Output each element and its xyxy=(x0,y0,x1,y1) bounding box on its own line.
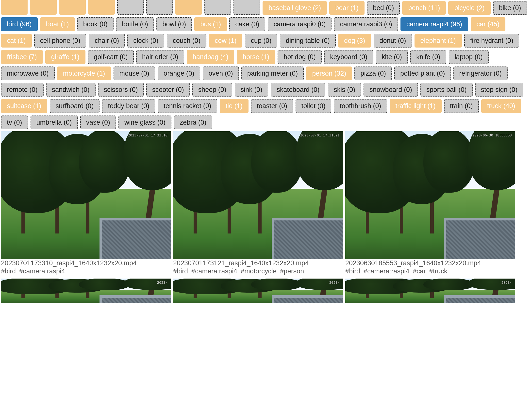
video-thumbnail[interactable]: 2023-06-30 18:55:53 xyxy=(345,131,515,259)
tag-sheep[interactable]: sheep (0) xyxy=(192,83,232,97)
tag-cup[interactable]: cup (0) xyxy=(245,34,277,48)
tag-bear[interactable]: bear (1) xyxy=(329,1,365,15)
tag-toilet[interactable]: toilet (0) xyxy=(296,99,332,113)
tag-cell-phone[interactable]: cell phone (0) xyxy=(34,34,86,48)
tag-toothbrush[interactable]: toothbrush (0) xyxy=(334,99,387,113)
tag-frisbee[interactable]: frisbee (7) xyxy=(1,50,43,64)
tag-clock[interactable]: clock (0) xyxy=(127,34,164,48)
hashtag-link[interactable]: #camera:raspi4 xyxy=(191,267,237,275)
tag-tie[interactable]: tie (1) xyxy=(220,99,249,113)
tag-bed[interactable]: bed (0) xyxy=(367,1,400,15)
tag-partial-0[interactable] xyxy=(1,0,28,15)
tag-camera-raspi4[interactable]: camera:raspi4 (96) xyxy=(400,17,468,31)
tag-partial-6[interactable] xyxy=(175,0,202,15)
tag-chair[interactable]: chair (0) xyxy=(89,34,125,48)
tag-couch[interactable]: couch (0) xyxy=(167,34,206,48)
tag-car[interactable]: car (45) xyxy=(471,17,505,31)
tag-cake[interactable]: cake (0) xyxy=(229,17,265,31)
tag-cow[interactable]: cow (1) xyxy=(209,34,243,48)
tag-partial-2[interactable] xyxy=(59,0,86,15)
tag-traffic-light[interactable]: traffic light (1) xyxy=(390,99,442,113)
tag-pizza[interactable]: pizza (0) xyxy=(354,66,392,80)
tag-keyboard[interactable]: keyboard (0) xyxy=(324,50,373,64)
tag-bike[interactable]: bike (0) xyxy=(493,1,527,15)
video-thumbnail[interactable]: 2023-07-01 17:31:21 xyxy=(173,131,343,259)
tag-dog[interactable]: dog (3) xyxy=(338,34,371,48)
tag-partial-5[interactable] xyxy=(146,0,173,15)
tag-skateboard[interactable]: skateboard (0) xyxy=(271,83,325,97)
tag-scooter[interactable]: scooter (0) xyxy=(146,83,190,97)
tag-giraffe[interactable]: giraffe (1) xyxy=(45,50,85,64)
tag-remote[interactable]: remote (0) xyxy=(1,83,44,97)
tag-camera-raspi3[interactable]: camera:raspi3 (0) xyxy=(334,17,398,31)
hashtag-link[interactable]: #bird xyxy=(345,267,360,275)
tag-donut[interactable]: donut (0) xyxy=(374,34,412,48)
tag-book[interactable]: book (0) xyxy=(77,17,114,31)
tag-oven[interactable]: oven (0) xyxy=(203,66,239,80)
tag-elephant[interactable]: elephant (1) xyxy=(415,34,462,48)
tag-baseball-glove[interactable]: baseball glove (2) xyxy=(263,1,327,15)
tag-orange[interactable]: orange (0) xyxy=(158,66,200,80)
video-thumbnail[interactable]: 2023- xyxy=(173,279,343,303)
tag-suitcase[interactable]: suitcase (1) xyxy=(1,99,47,113)
tag-dining-table[interactable]: dining table (0) xyxy=(280,34,336,48)
tag-skis[interactable]: skis (0) xyxy=(328,83,361,97)
tag-tv[interactable]: tv (0) xyxy=(1,116,28,129)
hashtag-link[interactable]: #truck xyxy=(429,267,448,275)
video-thumbnail[interactable]: 2023-07-01 17:33:10 xyxy=(1,131,171,259)
tag-motorcycle[interactable]: motorcycle (1) xyxy=(57,66,111,80)
tag-sink[interactable]: sink (0) xyxy=(235,83,268,97)
tag-bird[interactable]: bird (96) xyxy=(1,17,38,31)
tag-handbag[interactable]: handbag (4) xyxy=(187,50,234,64)
tag-stop-sign[interactable]: stop sign (0) xyxy=(475,83,524,97)
hashtag-link[interactable]: #car xyxy=(413,267,426,275)
tag-partial-4[interactable] xyxy=(117,0,144,15)
tag-umbrella[interactable]: umbrella (0) xyxy=(31,116,78,129)
tag-golf-cart[interactable]: golf-cart (0) xyxy=(88,50,134,64)
hashtag-link[interactable]: #motorcycle xyxy=(241,267,277,275)
tag-partial-3[interactable] xyxy=(88,0,115,15)
tag-scissors[interactable]: scissors (0) xyxy=(98,83,144,97)
hashtag-link[interactable]: #bird xyxy=(173,267,188,275)
tag-partial-8[interactable] xyxy=(233,0,260,15)
video-thumbnail[interactable]: 2023- xyxy=(1,279,171,303)
tag-horse[interactable]: horse (1) xyxy=(237,50,275,64)
video-thumbnail[interactable]: 2023- xyxy=(345,279,515,303)
tag-zebra[interactable]: zebra (0) xyxy=(174,116,212,129)
tag-partial-7[interactable] xyxy=(204,0,231,15)
tag-cat[interactable]: cat (1) xyxy=(1,34,32,48)
tag-train[interactable]: train (0) xyxy=(444,99,479,113)
tag-mouse[interactable]: mouse (0) xyxy=(114,66,155,80)
tag-refrigerator[interactable]: refrigerator (0) xyxy=(453,66,508,80)
tag-bowl[interactable]: bowl (0) xyxy=(156,17,192,31)
tag-teddy-bear[interactable]: teddy bear (0) xyxy=(102,99,155,113)
tag-bicycle[interactable]: bicycle (2) xyxy=(448,1,490,15)
tag-fire-hydrant[interactable]: fire hydrant (0) xyxy=(464,34,519,48)
tag-bus[interactable]: bus (1) xyxy=(194,17,227,31)
tag-toaster[interactable]: toaster (0) xyxy=(251,99,293,113)
tag-kite[interactable]: kite (0) xyxy=(376,50,408,64)
tag-bottle[interactable]: bottle (0) xyxy=(116,17,154,31)
tag-parking-meter[interactable]: parking meter (0) xyxy=(241,66,304,80)
hashtag-link[interactable]: #camera:raspi4 xyxy=(19,267,65,275)
tag-tennis-racket[interactable]: tennis racket (0) xyxy=(158,99,217,113)
tag-sandwich[interactable]: sandwich (0) xyxy=(46,83,96,97)
tag-laptop[interactable]: laptop (0) xyxy=(449,50,489,64)
tag-person[interactable]: person (32) xyxy=(306,66,352,80)
tag-sports-ball[interactable]: sports ball (0) xyxy=(420,83,473,97)
tag-microwave[interactable]: microwave (0) xyxy=(1,66,55,80)
tag-bench[interactable]: bench (11) xyxy=(402,1,446,15)
tag-partial-1[interactable] xyxy=(30,0,57,15)
tag-surfboard[interactable]: surfboard (0) xyxy=(50,99,100,113)
hashtag-link[interactable]: #camera:raspi4 xyxy=(364,267,409,275)
tag-snowboard[interactable]: snowboard (0) xyxy=(364,83,418,97)
tag-hot-dog[interactable]: hot dog (0) xyxy=(278,50,322,64)
tag-hair-drier[interactable]: hair drier (0) xyxy=(136,50,184,64)
tag-boat[interactable]: boat (1) xyxy=(40,17,75,31)
tag-truck[interactable]: truck (40) xyxy=(481,99,521,113)
tag-vase[interactable]: vase (0) xyxy=(80,116,116,129)
tag-potted-plant[interactable]: potted plant (0) xyxy=(394,66,451,80)
hashtag-link[interactable]: #person xyxy=(280,267,304,275)
hashtag-link[interactable]: #bird xyxy=(1,267,16,275)
tag-camera-raspi0[interactable]: camera:raspi0 (0) xyxy=(268,17,332,31)
